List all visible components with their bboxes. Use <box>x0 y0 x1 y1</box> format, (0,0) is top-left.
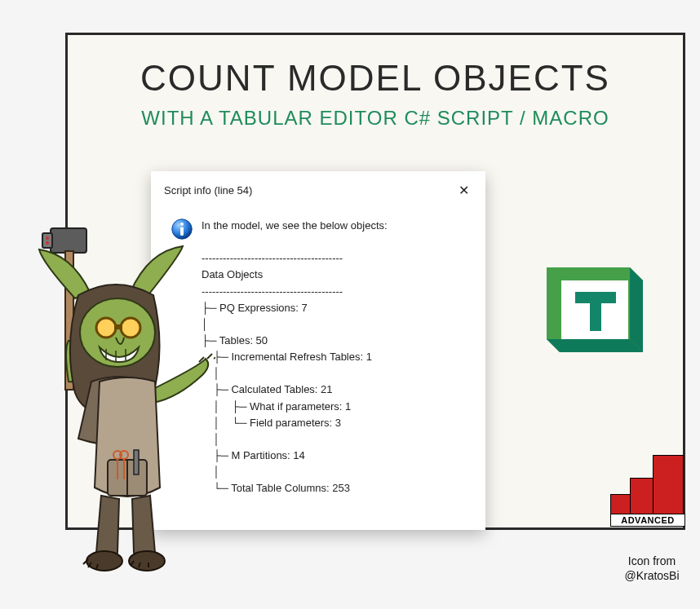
svg-point-13 <box>96 318 116 338</box>
svg-point-27 <box>129 551 165 571</box>
svg-marker-2 <box>547 339 643 352</box>
dialog-titlebar: Script info (line 54) ✕ <box>162 179 474 206</box>
advanced-badge: ADVANCED <box>610 453 685 543</box>
svg-marker-1 <box>630 267 643 352</box>
dialog-title: Script info (line 54) <box>164 184 252 196</box>
goblin-character-illustration <box>3 218 215 594</box>
page-title: COUNT MODEL OBJECTS <box>68 58 683 99</box>
tabular-editor-logo <box>538 253 653 367</box>
svg-rect-8 <box>42 233 52 248</box>
svg-point-9 <box>46 236 49 240</box>
svg-point-10 <box>46 241 49 245</box>
svg-rect-25 <box>134 450 139 474</box>
dialog-body-text: In the model, we see the below objects: … <box>202 218 388 496</box>
svg-rect-7 <box>51 228 86 253</box>
close-button[interactable]: ✕ <box>454 181 474 200</box>
svg-point-14 <box>121 318 140 338</box>
svg-rect-15 <box>114 324 122 329</box>
badge-label: ADVANCED <box>610 514 685 527</box>
page-subtitle: WITH A TABULAR EDITOR C# SCRIPT / MACRO <box>68 107 683 130</box>
svg-point-26 <box>86 551 122 571</box>
attribution-text: Icon from @KratosBi <box>607 554 697 583</box>
